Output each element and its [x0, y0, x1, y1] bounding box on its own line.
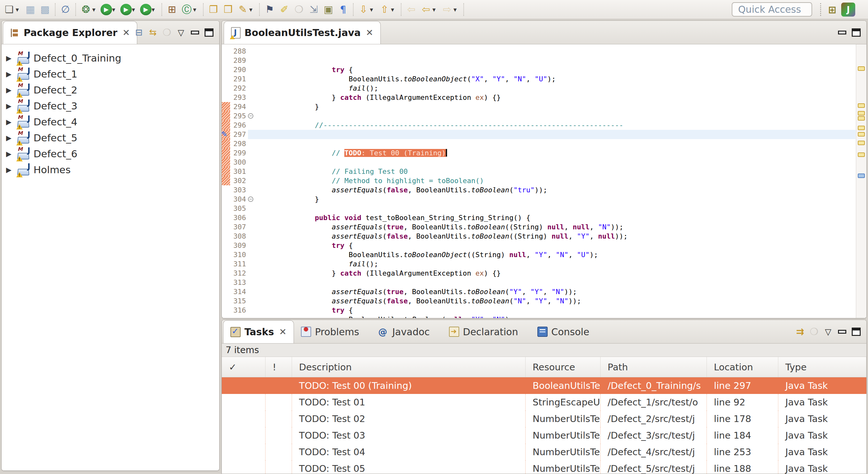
open-type-icon[interactable]: ❐: [206, 1, 221, 18]
annotation-ruler-cell[interactable]: [222, 296, 230, 306]
code-text[interactable]: [256, 139, 856, 148]
annotation-ruler-cell[interactable]: [222, 241, 230, 250]
line-number[interactable]: 293: [230, 93, 248, 102]
code-text[interactable]: [256, 259, 856, 268]
code-line[interactable]: 292 − }: [222, 84, 856, 93]
code-line[interactable]: 297 − // TODO: Test 00 (Training): [222, 130, 856, 139]
line-number[interactable]: 304: [230, 195, 248, 204]
java-perspective-icon[interactable]: J: [841, 3, 855, 17]
task-completed-cell[interactable]: [222, 377, 266, 394]
annotation-ruler-cell[interactable]: [222, 287, 230, 296]
code-text[interactable]: assertEquals(true, BooleanUtils.toBoolea…: [256, 268, 856, 278]
code-line[interactable]: 289 − BooleanUtils.toBooleanObject("X", …: [222, 56, 856, 65]
code-text[interactable]: } catch (IllegalArgumentException ex) {}: [256, 74, 856, 84]
tab-booleanutilstest-java[interactable]: BooleanUtilsTest.java ✕: [224, 21, 381, 44]
code-line[interactable]: 301 − assertEquals(false, BooleanUtils.t…: [222, 167, 856, 176]
view-menu-icon[interactable]: ▽: [174, 26, 188, 39]
annotation-ruler-cell[interactable]: [222, 222, 230, 231]
expand-arrow-icon[interactable]: ▶: [6, 70, 17, 78]
line-number[interactable]: 306: [230, 213, 248, 222]
code-line[interactable]: 303 −: [222, 185, 856, 195]
skip-all-breakpoints-icon[interactable]: ∅: [58, 1, 73, 18]
line-number[interactable]: 297: [230, 130, 248, 139]
tree-item[interactable]: ▶ MJ Defect_6: [2, 146, 219, 162]
line-number[interactable]: 314: [230, 287, 248, 296]
code-text[interactable]: // TODO: Test 00 (Training): [256, 130, 856, 139]
bottom-view-tab[interactable]: Console: [530, 320, 601, 343]
line-number[interactable]: 299: [230, 148, 248, 158]
fold-collapse-icon[interactable]: −: [248, 113, 253, 119]
dropdown-arrow-icon[interactable]: [249, 6, 256, 13]
line-number[interactable]: 305: [230, 204, 248, 213]
save-all-icon[interactable]: ▩: [38, 1, 52, 18]
overview-marker-icon[interactable]: [858, 141, 865, 145]
dropdown-arrow-icon[interactable]: [454, 6, 460, 13]
new-wizard-icon[interactable]: ❏: [2, 1, 23, 18]
annotation-ruler-cell[interactable]: [222, 195, 230, 204]
expand-arrow-icon[interactable]: ▶: [6, 118, 17, 126]
annotation-ruler-cell[interactable]: [222, 93, 230, 102]
new-class-icon[interactable]: Ⓒ: [179, 1, 200, 18]
line-number[interactable]: 307: [230, 222, 248, 231]
code-line[interactable]: 296 −: [222, 121, 856, 130]
maximize-icon[interactable]: [849, 325, 863, 339]
show-source-icon[interactable]: ▣: [321, 1, 336, 18]
annotation-ruler-cell[interactable]: [222, 213, 230, 222]
code-area[interactable]: 288 − try { 289 − BooleanUtils.toBoolean…: [222, 44, 856, 318]
expand-arrow-icon[interactable]: ▶: [6, 102, 17, 110]
close-icon[interactable]: ✕: [123, 27, 130, 38]
column-priority[interactable]: !: [266, 357, 292, 377]
annotation-ruler-cell[interactable]: [222, 204, 230, 213]
line-number[interactable]: 315: [230, 296, 248, 306]
line-number[interactable]: 303: [230, 185, 248, 195]
code-text[interactable]: public void test_toBoolean_String_String…: [256, 195, 856, 204]
code-text[interactable]: assertEquals(true, BooleanUtils.toBoolea…: [256, 204, 856, 213]
code-line[interactable]: 310 − } catch (IllegalArgumentException …: [222, 250, 856, 259]
maximize-icon[interactable]: [202, 26, 216, 39]
tree-item[interactable]: ▶ MJ Defect_5: [2, 130, 219, 146]
show-whitespace-icon[interactable]: ¶: [336, 1, 350, 18]
annotation-ruler-cell[interactable]: [222, 46, 230, 56]
line-number[interactable]: 290: [230, 65, 248, 74]
line-number[interactable]: 310: [230, 250, 248, 259]
code-line[interactable]: 314 − try {: [222, 287, 856, 296]
code-text[interactable]: public void test_toBoolean_String() {: [256, 111, 856, 121]
next-edit-location-icon[interactable]: ⇩: [356, 1, 377, 18]
code-line[interactable]: 315 − BooleanUtils.toBoolean(null, "Y", …: [222, 296, 856, 306]
code-text[interactable]: BooleanUtils.toBooleanObject("X", "Y", "…: [256, 56, 856, 65]
annotation-ruler-cell[interactable]: [222, 268, 230, 278]
code-text[interactable]: assertEquals(false, BooleanUtils.toBoole…: [256, 278, 856, 287]
annotation-ruler-cell[interactable]: [222, 74, 230, 84]
tree-item[interactable]: ▶ MJ Defect_0_Training: [2, 50, 219, 66]
task-completed-cell[interactable]: [222, 444, 266, 460]
code-text[interactable]: } catch (IllegalArgumentException ex) {}: [256, 250, 856, 259]
code-text[interactable]: [256, 93, 856, 102]
code-text[interactable]: BooleanUtils.toBoolean(null, "Y", "N");: [256, 296, 856, 306]
annotation-ruler-cell[interactable]: [222, 65, 230, 74]
line-number[interactable]: 296: [230, 121, 248, 130]
line-number[interactable]: 301: [230, 167, 248, 176]
line-number[interactable]: 298: [230, 139, 248, 148]
annotation-ruler-cell[interactable]: [222, 148, 230, 158]
code-text[interactable]: // Method to highlight = toBoolean(): [256, 158, 856, 167]
task-completed-cell[interactable]: [222, 411, 266, 427]
task-completed-cell[interactable]: [222, 460, 266, 474]
close-icon[interactable]: ✕: [366, 27, 373, 38]
open-resource-icon[interactable]: ❒: [221, 1, 236, 18]
dropdown-arrow-icon[interactable]: [391, 6, 397, 13]
annotation-ruler-cell[interactable]: [222, 111, 230, 121]
tab-package-explorer[interactable]: Package Explorer ✕: [3, 21, 137, 44]
line-number[interactable]: 289: [230, 56, 248, 65]
line-number[interactable]: 316: [230, 306, 248, 315]
code-line[interactable]: 304 − public void test_toBoolean_String_…: [222, 195, 856, 204]
code-line[interactable]: 309 − fail();: [222, 241, 856, 250]
overview-marker-icon[interactable]: [858, 126, 865, 130]
view-menu-icon[interactable]: ▽: [821, 325, 835, 339]
quick-access-input[interactable]: [732, 2, 812, 17]
code-line[interactable]: 306 − assertEquals(false, BooleanUtils.t…: [222, 213, 856, 222]
dropdown-arrow-icon[interactable]: [92, 6, 99, 13]
code-line[interactable]: 305 − assertEquals(true, BooleanUtils.to…: [222, 204, 856, 213]
expand-arrow-icon[interactable]: ▶: [6, 54, 17, 62]
code-line[interactable]: 302 − }: [222, 176, 856, 185]
code-text[interactable]: // Failing Test 00: [256, 148, 856, 158]
